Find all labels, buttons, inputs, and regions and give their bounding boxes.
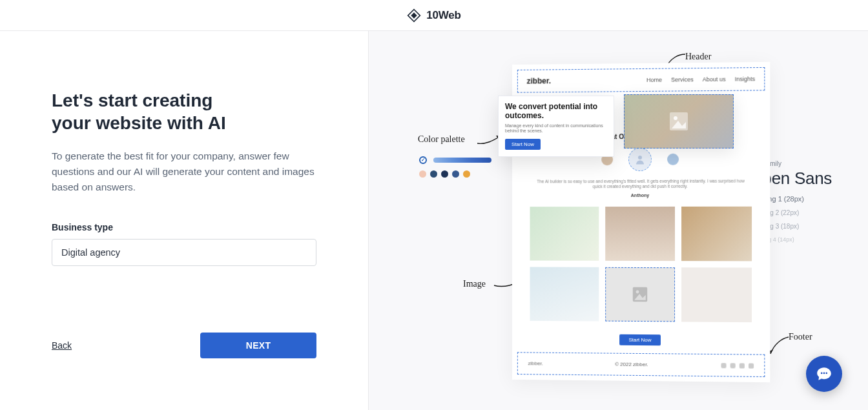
- mock-nav-item: Services: [671, 76, 694, 83]
- mock-header-section: zibber. Home Services About us Insights: [517, 67, 765, 93]
- svg-point-10: [638, 156, 642, 159]
- mock-gallery-item: [530, 207, 599, 261]
- social-icon: [749, 363, 754, 368]
- annotation-footer: Footer: [789, 332, 812, 342]
- mock-gallery: [517, 198, 765, 332]
- annotation-color-palette: Color palette: [418, 134, 465, 145]
- social-icon: [739, 363, 745, 368]
- brand-name: 10Web: [426, 9, 461, 22]
- page-heading: Let's start creating your website with A…: [52, 89, 316, 134]
- palette-dots: [419, 170, 491, 178]
- mock-footer-brand: zibber.: [528, 361, 543, 367]
- page-subtext: To generate the best fit for your compan…: [52, 149, 316, 195]
- mock-nav-item: Insights: [735, 76, 755, 82]
- mock-hero-image: [624, 94, 734, 149]
- mock-gallery-image-placeholder: [605, 267, 675, 322]
- palette-dot: [463, 170, 470, 178]
- chat-icon: [816, 365, 832, 382]
- svg-point-15: [823, 373, 825, 374]
- color-palette: [419, 154, 491, 178]
- mock-body: See What Our Clients Have to Say The AI …: [517, 132, 765, 347]
- mock-hero-subtitle: Manage every kind of content in communic…: [505, 123, 607, 134]
- mock-hero-card: We convert potential into outcomes. Mana…: [498, 96, 614, 157]
- mock-gallery-item: [530, 267, 599, 322]
- person-icon: [634, 154, 646, 165]
- social-icon: [730, 363, 736, 368]
- mock-gallery-item: [605, 207, 675, 261]
- mock-gallery-item: [681, 207, 752, 261]
- form-panel: Let's start creating your website with A…: [0, 31, 368, 410]
- preview-panel: Header Footer Color palette Image: [368, 31, 868, 410]
- annotation-image: Image: [463, 279, 486, 289]
- mock-nav-item: About us: [703, 76, 726, 83]
- palette-dot: [452, 170, 459, 178]
- svg-point-12: [636, 291, 639, 294]
- mock-avatar: [667, 154, 679, 165]
- palette-dot: [441, 170, 448, 178]
- mock-avatar-selected: [628, 148, 652, 171]
- mock-hero-button: Start Now: [505, 139, 541, 150]
- chat-fab[interactable]: [806, 356, 842, 392]
- heading-line2: your website with AI: [52, 112, 316, 134]
- business-type-label: Business type: [52, 222, 316, 232]
- image-placeholder-icon: [632, 287, 648, 302]
- mock-footer-social: [721, 363, 754, 369]
- social-icon: [721, 363, 726, 368]
- topbar: 10Web: [0, 0, 868, 31]
- palette-gradient: [433, 158, 491, 163]
- palette-dot: [419, 170, 426, 178]
- heading-line1: Let's start creating: [52, 90, 212, 110]
- mock-testimonial: The AI builder is so easy to use and eve…: [517, 178, 765, 190]
- mock-footer-section: zibber. © 2022 zibber.: [517, 353, 765, 378]
- annotation-header: Header: [685, 52, 711, 62]
- svg-rect-1: [411, 12, 417, 18]
- back-link[interactable]: Back: [52, 340, 72, 351]
- image-placeholder-icon: [669, 112, 688, 131]
- mock-nav-item: Home: [646, 77, 662, 83]
- logo-icon: [407, 8, 421, 23]
- business-type-input[interactable]: [52, 239, 316, 266]
- mock-brand: zibber.: [527, 76, 551, 85]
- svg-point-14: [821, 373, 823, 374]
- svg-point-16: [825, 373, 827, 374]
- mock-hero-title: We convert potential into outcomes.: [505, 103, 607, 121]
- mock-gallery-item: [681, 267, 752, 322]
- palette-dot: [430, 170, 437, 178]
- mock-nav: Home Services About us Insights: [646, 76, 755, 83]
- mock-start-button: Start Now: [620, 334, 661, 346]
- next-button[interactable]: NEXT: [200, 333, 316, 358]
- svg-point-8: [674, 116, 677, 120]
- mock-footer-copyright: © 2022 zibber.: [615, 362, 648, 367]
- palette-selected-icon: [419, 156, 427, 164]
